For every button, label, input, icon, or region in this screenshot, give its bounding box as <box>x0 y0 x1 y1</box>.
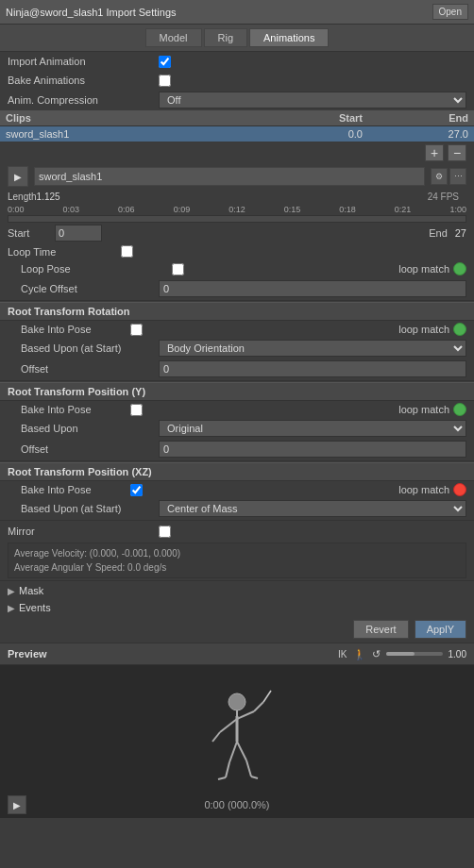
events-arrow-icon: ▶ <box>8 603 15 613</box>
tab-model[interactable]: Model <box>145 28 202 47</box>
rtpxz-loop-match: loop match <box>398 483 466 496</box>
table-row[interactable]: sword_slash1 0.0 27.0 <box>0 126 474 142</box>
divider-2 <box>0 380 474 381</box>
remove-clip-button[interactable]: − <box>448 144 466 161</box>
loop-match-label: loop match <box>398 263 449 275</box>
cycle-offset-input[interactable] <box>159 280 466 297</box>
rtpy-loop-dot <box>453 403 466 416</box>
mirror-label: Mirror <box>8 526 159 537</box>
loop-time-row: Loop Time <box>0 243 474 259</box>
rtr-based-upon-dropdown[interactable]: Body Orientation <box>159 340 466 357</box>
rtr-offset-label: Offset <box>8 363 159 375</box>
preview-canvas: ▶ 0:00 (000.0%) <box>0 665 474 818</box>
clip-settings-icon[interactable]: ⚙ <box>431 168 448 185</box>
mask-row[interactable]: ▶ Mask <box>0 582 474 599</box>
rtr-bake-checkbox[interactable] <box>130 324 143 336</box>
play-button[interactable]: ▶ <box>8 166 28 187</box>
preview-loop-icon[interactable]: ↺ <box>372 648 381 660</box>
import-animation-label: Import Animation <box>8 56 159 67</box>
rtpxz-based-upon-label: Based Upon (at Start) <box>8 503 159 514</box>
timeline-marker-1: 0:03 <box>63 205 80 214</box>
preview-label: Preview <box>8 648 47 659</box>
rtpy-offset-label: Offset <box>8 443 159 455</box>
start-label: Start <box>8 227 55 239</box>
anim-compression-dropdown[interactable]: Off <box>159 92 466 108</box>
length-fps-row: Length 1.125 24 FPS <box>0 190 474 204</box>
rtpy-based-upon-label: Based Upon <box>8 423 159 434</box>
preview-bar: Preview IK 🚶 ↺ 1.00 <box>0 643 474 665</box>
bake-animations-row: Bake Animations <box>0 71 474 90</box>
speed-slider[interactable] <box>386 652 443 656</box>
apply-button[interactable]: ApplY <box>415 620 466 639</box>
rtpy-loop-match: loop match <box>398 403 466 416</box>
divider-1 <box>0 300 474 301</box>
start-input[interactable] <box>55 225 102 242</box>
clip-end-cell: 27.0 <box>368 126 474 142</box>
rtpy-bake-label: Bake Into Pose <box>8 404 130 415</box>
divider-4 <box>0 520 474 521</box>
import-animation-checkbox[interactable] <box>159 56 171 68</box>
import-animation-row: Import Animation <box>0 52 474 71</box>
rtpxz-bake-row: Bake Into Pose loop match <box>0 481 474 498</box>
start-end-row: Start End 27 <box>0 223 474 243</box>
add-clip-button[interactable]: + <box>425 144 444 161</box>
clip-name-input[interactable] <box>34 167 425 186</box>
mirror-checkbox[interactable] <box>159 526 171 538</box>
rtpy-offset-input[interactable] <box>159 441 466 458</box>
rtpy-loop-match-label: loop match <box>398 404 449 415</box>
add-remove-row: + − <box>0 142 474 163</box>
rtr-offset-input[interactable] <box>159 360 466 377</box>
tab-animations[interactable]: Animations <box>249 28 329 47</box>
window-title: Ninja@sword_slash1 Import Settings <box>6 7 177 18</box>
tab-rig[interactable]: Rig <box>204 28 248 47</box>
rtpxz-loop-dot <box>453 483 466 496</box>
open-button[interactable]: Open <box>432 4 468 20</box>
cycle-offset-label: Cycle Offset <box>8 283 159 294</box>
timeline-bar[interactable] <box>8 215 466 223</box>
clip-extra-icon[interactable]: ⋯ <box>449 168 466 185</box>
start-col-header: Start <box>251 110 368 126</box>
rtpxz-based-upon-dropdown[interactable]: Center of Mass <box>159 500 466 517</box>
anim-compression-row: Anim. Compression Off <box>0 90 474 110</box>
rtpy-based-upon-row: Based Upon Original <box>0 418 474 439</box>
timeline-labels: 0:00 0:03 0:06 0:09 0:12 0:15 0:18 0:21 … <box>0 204 474 215</box>
rtr-loop-dot <box>453 323 466 336</box>
mask-label: Mask <box>19 585 43 596</box>
velocity-box: Average Velocity: (0.000, -0.001, 0.000)… <box>8 542 466 578</box>
rtr-based-upon-label: Based Upon (at Start) <box>8 342 159 354</box>
rtpxz-bake-checkbox[interactable] <box>130 484 143 496</box>
bake-animations-checkbox[interactable] <box>159 75 171 87</box>
length-label: Length <box>8 192 37 202</box>
svg-line-8 <box>229 742 237 762</box>
cycle-offset-row: Cycle Offset <box>0 278 474 299</box>
rtpy-based-upon-dropdown[interactable]: Original <box>159 420 466 437</box>
loop-pose-label: Loop Pose <box>21 263 172 275</box>
loop-match-area: loop match <box>398 262 466 275</box>
rtpy-offset-row: Offset <box>0 439 474 459</box>
svg-line-11 <box>246 760 251 776</box>
title-bar: Ninja@sword_slash1 Import Settings Open <box>0 0 474 25</box>
rtpxz-based-upon-row: Based Upon (at Start) Center of Mass <box>0 498 474 519</box>
revert-button[interactable]: Revert <box>353 620 408 639</box>
loop-time-label: Loop Time <box>8 246 121 258</box>
rtr-bake-label: Bake Into Pose <box>8 324 130 335</box>
loop-pose-checkbox[interactable] <box>172 263 184 275</box>
clip-name-cell: sword_slash1 <box>0 126 251 142</box>
timeline-marker-5: 0:15 <box>284 205 301 214</box>
preview-time: 0:00 (000.0%) <box>0 799 474 810</box>
svg-line-10 <box>237 742 246 760</box>
timeline-marker-2: 0:06 <box>118 205 135 214</box>
root-transform-position-y-header: Root Transform Position (Y) <box>0 382 474 401</box>
rtr-loop-match-label: loop match <box>398 324 449 335</box>
svg-line-3 <box>220 719 237 732</box>
rtpxz-loop-match-label: loop match <box>398 484 449 495</box>
events-row[interactable]: ▶ Events <box>0 599 474 616</box>
events-label: Events <box>19 602 51 613</box>
loop-time-checkbox[interactable] <box>121 245 133 258</box>
rtpy-bake-row: Bake Into Pose loop match <box>0 401 474 418</box>
rtpy-bake-checkbox[interactable] <box>130 404 143 416</box>
clips-col-header: Clips <box>0 110 251 126</box>
mirror-row: Mirror <box>0 522 474 541</box>
rtr-based-upon-row: Based Upon (at Start) Body Orientation <box>0 338 474 359</box>
preview-person-icon[interactable]: 🚶 <box>353 648 366 660</box>
